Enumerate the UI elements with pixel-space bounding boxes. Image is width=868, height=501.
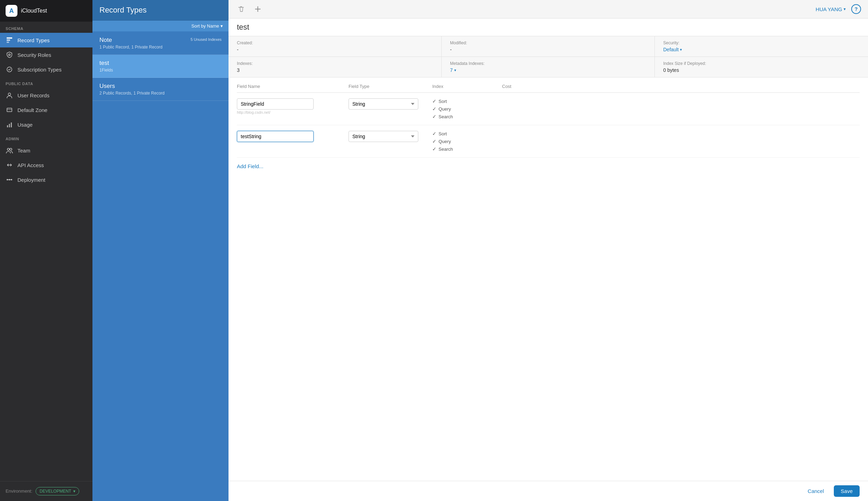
middle-header: Record Types <box>92 0 229 21</box>
meta-metadata-label: Metadata Indexes: <box>450 61 646 66</box>
check-search-2: ✓ Search <box>432 146 502 152</box>
security-chevron-icon: ▾ <box>680 47 682 52</box>
help-button[interactable]: ? <box>851 4 861 14</box>
environment-chevron: ▾ <box>73 489 75 494</box>
record-name: test <box>99 60 222 67</box>
checkmark-icon: ✓ <box>432 139 436 144</box>
svg-point-5 <box>8 93 11 96</box>
fields-header: Field Name Field Type Index Cost <box>237 80 860 93</box>
record-sub: 1Fields <box>99 68 222 73</box>
svg-point-13 <box>9 179 10 180</box>
environment-label: Environment: <box>6 488 32 494</box>
team-icon <box>6 147 13 154</box>
app-title: iCloudTest <box>21 8 47 14</box>
sidebar-item-user-records[interactable]: User Records <box>0 88 92 103</box>
delete-button[interactable] <box>235 3 247 15</box>
svg-point-11 <box>7 148 9 150</box>
usage-icon <box>6 121 13 128</box>
sidebar: A iCloudTest SCHEMA Record Types Securit… <box>0 0 92 501</box>
index-checks-1: ✓ Sort ✓ Query ✓ Search <box>432 98 502 119</box>
sidebar-item-team-label: Team <box>17 148 30 154</box>
list-item[interactable]: 5 Unused Indexes Note 1 Public Record, 1… <box>92 32 229 55</box>
check-query-1: ✓ Query <box>432 106 502 112</box>
sort-chevron-icon: ▾ <box>220 23 223 29</box>
svg-point-12 <box>10 148 12 150</box>
checkmark-icon: ✓ <box>432 146 436 152</box>
sidebar-footer: Environment: DEVELOPMENT ▾ <box>0 481 92 501</box>
svg-rect-10 <box>11 122 12 127</box>
sidebar-item-security-roles[interactable]: Security Roles <box>0 47 92 62</box>
sidebar-item-api-access[interactable]: API Access <box>0 158 92 172</box>
check-query-2: ✓ Query <box>432 139 502 144</box>
main-panel: HUA YANG ▾ ? Created: - Modified: - Secu… <box>229 0 868 501</box>
middle-panel: Record Types Sort by Name ▾ 5 Unused Ind… <box>92 0 229 501</box>
sidebar-item-default-zone-label: Default Zone <box>17 107 47 113</box>
meta-indexes-label: Indexes: <box>237 61 433 66</box>
col-index: Index <box>432 84 502 89</box>
sort-label-2: Sort <box>439 131 447 136</box>
subscription-types-icon <box>6 66 13 73</box>
svg-rect-9 <box>9 124 10 127</box>
add-button[interactable] <box>252 3 263 15</box>
sidebar-item-deployment[interactable]: Deployment <box>0 172 92 187</box>
middle-title: Record Types <box>99 6 222 15</box>
meta-created-value: - <box>237 47 433 52</box>
field-type-cell: String Number Date/Time Asset Location B… <box>349 98 432 110</box>
field-type-cell-2: String Number Date/Time Asset Location B… <box>349 131 432 142</box>
record-sub: 2 Public Records, 1 Private Record <box>99 91 222 96</box>
save-button[interactable]: Save <box>834 485 860 497</box>
svg-rect-6 <box>7 108 12 112</box>
sidebar-item-default-zone[interactable]: Default Zone <box>0 103 92 117</box>
deployment-icon <box>6 176 13 184</box>
field-type-select-2[interactable]: String Number Date/Time Asset Location B… <box>349 131 418 142</box>
checkmark-icon: ✓ <box>432 98 436 104</box>
metadata-chevron-icon: ▾ <box>454 68 456 73</box>
meta-modified-value: - <box>450 47 646 52</box>
check-search-1: ✓ Search <box>432 114 502 119</box>
meta-security-value[interactable]: Default ▾ <box>663 47 860 52</box>
add-field-button[interactable]: Add Field... <box>237 158 263 175</box>
check-sort-1: ✓ Sort <box>432 98 502 104</box>
svg-rect-1 <box>7 39 10 41</box>
sidebar-item-subscription-types-label: Subscription Types <box>17 67 61 73</box>
sort-button[interactable]: Sort by Name ▾ <box>192 23 223 29</box>
record-list: 5 Unused Indexes Note 1 Public Record, 1… <box>92 32 229 501</box>
check-sort-2: ✓ Sort <box>432 131 502 136</box>
sidebar-item-record-types[interactable]: Record Types <box>0 33 92 47</box>
list-item[interactable]: Users 2 Public Records, 1 Private Record <box>92 78 229 101</box>
sidebar-item-usage[interactable]: Usage <box>0 117 92 132</box>
user-name[interactable]: HUA YANG ▾ <box>816 6 846 12</box>
sidebar-item-usage-label: Usage <box>17 122 32 128</box>
svg-point-14 <box>7 179 8 180</box>
sidebar-item-team[interactable]: Team <box>0 143 92 158</box>
admin-label: ADMIN <box>0 132 92 143</box>
user-chevron-icon: ▾ <box>844 7 846 12</box>
meta-metadata-indexes: Metadata Indexes: 7 ▾ <box>442 57 655 77</box>
fields-section: Field Name Field Type Index Cost http://… <box>229 77 868 481</box>
svg-rect-0 <box>7 37 12 39</box>
meta-metadata-value[interactable]: 7 ▾ <box>450 67 646 73</box>
meta-index-size: Index Size if Deployed: 0 bytes <box>655 57 868 77</box>
toolbar-right: HUA YANG ▾ ? <box>816 4 861 14</box>
environment-badge[interactable]: DEVELOPMENT ▾ <box>36 487 79 495</box>
field-name-input-2[interactable] <box>237 131 314 142</box>
sidebar-item-security-roles-label: Security Roles <box>17 52 51 58</box>
record-sub: 1 Public Record, 1 Private Record <box>99 45 222 50</box>
field-name-input[interactable] <box>237 98 314 110</box>
record-name-input[interactable] <box>237 23 860 32</box>
list-item[interactable]: test 1Fields <box>92 55 229 78</box>
query-label-1: Query <box>439 106 451 112</box>
field-type-select[interactable]: String Number Date/Time Asset Location B… <box>349 98 418 110</box>
sidebar-item-subscription-types[interactable]: Subscription Types <box>0 62 92 77</box>
sort-bar: Sort by Name ▾ <box>92 21 229 32</box>
cancel-button[interactable]: Cancel <box>803 486 828 496</box>
sidebar-item-api-access-label: API Access <box>17 162 44 168</box>
checkmark-icon: ✓ <box>432 106 436 112</box>
bottom-bar: Cancel Save <box>229 481 868 501</box>
meta-indexes: Indexes: 3 <box>229 57 442 77</box>
svg-rect-2 <box>7 42 9 43</box>
sidebar-item-deployment-label: Deployment <box>17 177 45 183</box>
table-row: http://blog.csdn.net/ String Number Date… <box>237 93 860 125</box>
meta-created-label: Created: <box>237 40 433 45</box>
app-icon: A <box>6 5 17 17</box>
